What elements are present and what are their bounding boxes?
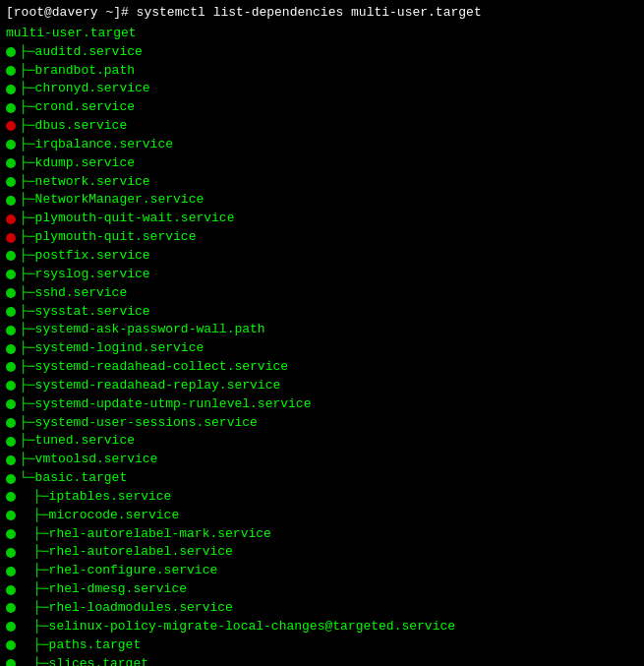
green-dot [6, 344, 16, 354]
line-text: ├─crond.service [20, 98, 135, 117]
prompt-line: [root@davery ~]# systemctl list-dependen… [6, 4, 638, 23]
list-item: ├─sshd.service [6, 284, 638, 303]
line-text: ├─microcode.service [33, 507, 179, 525]
list-item: ├─chronyd.service [6, 80, 638, 98]
list-item: ├─plymouth-quit-wait.service [6, 210, 638, 228]
green-dot [6, 158, 16, 168]
header-text: multi-user.target [6, 25, 137, 43]
list-item: ├─microcode.service [6, 507, 638, 525]
red-dot [6, 214, 16, 224]
line-text: ├─dbus.service [20, 117, 127, 136]
line-text: ├─chronyd.service [20, 80, 150, 98]
list-item: ├─rhel-loadmodules.service [6, 599, 638, 618]
green-dot [6, 362, 16, 372]
line-text: ├─vmtoolsd.service [20, 451, 157, 469]
green-dot [6, 418, 16, 428]
list-item: ├─crond.service [6, 98, 638, 117]
line-text: ├─rhel-dmesg.service [33, 580, 187, 599]
line-text: ├─rsyslog.service [20, 266, 150, 284]
list-item: ├─iptables.service [6, 488, 638, 507]
green-dot [6, 585, 16, 595]
green-dot [6, 307, 16, 317]
line-text: ├─NetworkManager.service [20, 191, 204, 210]
green-dot [6, 455, 16, 465]
line-text: ├─network.service [20, 173, 150, 192]
list-item: ├─dbus.service [6, 117, 638, 136]
green-dot [6, 659, 16, 666]
line-text: ├─rhel-autorelabel.service [33, 543, 233, 562]
line-text: ├─auditd.service [20, 43, 143, 62]
line-text: ├─rhel-configure.service [33, 562, 217, 580]
green-dot [6, 103, 16, 113]
list-item: ├─brandbot.path [6, 62, 638, 81]
line-text: ├─systemd-readahead-replay.service [20, 377, 280, 395]
list-item: ├─selinux-policy-migrate-local-changes@t… [6, 618, 638, 636]
green-dot [6, 437, 16, 447]
list-item: ├─network.service [6, 173, 638, 192]
line-text: ├─postfix.service [20, 247, 150, 266]
green-dot [6, 288, 16, 298]
line-text: ├─slices.target [33, 655, 148, 666]
line-text: ├─plymouth-quit.service [20, 228, 196, 247]
green-dot [6, 640, 16, 650]
line-text: └─basic.target [20, 469, 127, 488]
green-dot [6, 47, 16, 57]
line-text: ├─rhel-loadmodules.service [33, 599, 233, 618]
list-item: ├─slices.target [6, 655, 638, 666]
line-text: ├─plymouth-quit-wait.service [20, 210, 234, 228]
green-dot [6, 492, 16, 502]
green-dot [6, 474, 16, 484]
line-text: ├─rhel-autorelabel-mark.service [33, 525, 271, 544]
green-dot [6, 399, 16, 409]
line-text: ├─tuned.service [20, 432, 135, 451]
green-dot [6, 622, 16, 632]
green-dot [6, 603, 16, 613]
line-text: ├─sysstat.service [20, 303, 150, 322]
list-item: ├─systemd-logind.service [6, 339, 638, 358]
line-text: ├─systemd-readahead-collect.service [20, 358, 288, 377]
header-line: multi-user.target [6, 25, 638, 43]
list-item: ├─kdump.service [6, 154, 638, 173]
list-item: ├─systemd-readahead-replay.service [6, 377, 638, 395]
green-dot [6, 381, 16, 391]
green-dot [6, 511, 16, 520]
list-item: ├─rsyslog.service [6, 266, 638, 284]
line-text: ├─systemd-logind.service [20, 339, 204, 358]
line-text: ├─systemd-ask-password-wall.path [20, 321, 265, 339]
line-text: ├─sshd.service [20, 284, 127, 303]
list-item: ├─rhel-configure.service [6, 562, 638, 580]
list-item: ├─NetworkManager.service [6, 191, 638, 210]
list-item: ├─plymouth-quit.service [6, 228, 638, 247]
green-dot [6, 270, 16, 279]
list-item: ├─systemd-update-utmp-runlevel.service [6, 395, 638, 414]
line-text: ├─systemd-update-utmp-runlevel.service [20, 395, 311, 414]
red-dot [6, 121, 16, 131]
green-dot [6, 251, 16, 261]
list-item: ├─systemd-user-sessions.service [6, 414, 638, 433]
list-item: ├─sysstat.service [6, 303, 638, 322]
green-dot [6, 567, 16, 576]
green-dot [6, 85, 16, 94]
list-item: ├─rhel-autorelabel.service [6, 543, 638, 562]
list-item: ├─paths.target [6, 636, 638, 655]
line-text: ├─selinux-policy-migrate-local-changes@t… [33, 618, 455, 636]
line-text: ├─systemd-user-sessions.service [20, 414, 258, 433]
list-item: └─basic.target [6, 469, 638, 488]
green-dot [6, 140, 16, 150]
dependency-list: ├─auditd.service├─brandbot.path├─chronyd… [6, 43, 638, 666]
line-text: ├─brandbot.path [20, 62, 135, 81]
list-item: ├─systemd-readahead-collect.service [6, 358, 638, 377]
green-dot [6, 66, 16, 76]
green-dot [6, 548, 16, 558]
list-item: ├─rhel-dmesg.service [6, 580, 638, 599]
line-text: ├─kdump.service [20, 154, 135, 173]
terminal-window: [root@davery ~]# systemctl list-dependen… [0, 0, 644, 666]
line-text: ├─iptables.service [33, 488, 171, 507]
list-item: ├─postfix.service [6, 247, 638, 266]
red-dot [6, 233, 16, 243]
list-item: ├─irqbalance.service [6, 136, 638, 154]
prompt-text: [root@davery ~]# systemctl list-dependen… [6, 4, 482, 23]
list-item: ├─tuned.service [6, 432, 638, 451]
list-item: ├─systemd-ask-password-wall.path [6, 321, 638, 339]
list-item: ├─auditd.service [6, 43, 638, 62]
